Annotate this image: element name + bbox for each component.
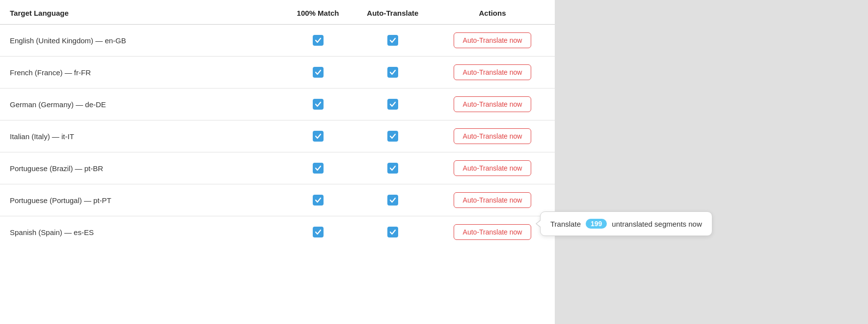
cell-match-pt-pt[interactable] (280, 184, 355, 216)
tooltip-popup: Translate 199 untranslated segments now (540, 211, 712, 236)
header-language: Target Language (0, 0, 280, 25)
btn-auto-translate-pt-br[interactable]: Auto-Translate now (454, 160, 532, 176)
checkbox-match-es-es[interactable] (313, 227, 324, 237)
table-header-row: Target Language 100% Match Auto-Translat… (0, 0, 555, 25)
table-row: French (France) — fr-FR Auto-Translate n… (0, 57, 555, 88)
language-table: Target Language 100% Match Auto-Translat… (0, 0, 555, 248)
checkbox-match-en-gb[interactable] (313, 35, 324, 46)
tooltip-count-badge: 199 (586, 219, 607, 229)
checkbox-auto-de-de[interactable] (387, 99, 398, 110)
cell-match-fr-fr[interactable] (280, 57, 355, 88)
tooltip-prefix: Translate (550, 220, 581, 228)
checkbox-match-fr-fr[interactable] (313, 67, 324, 78)
cell-language-pt-br: Portuguese (Brazil) — pt-BR (0, 152, 280, 184)
cell-actions-de-de: Auto-Translate now (430, 88, 555, 120)
btn-auto-translate-en-gb[interactable]: Auto-Translate now (454, 32, 532, 48)
checkbox-auto-en-gb[interactable] (387, 35, 398, 46)
cell-auto-pt-pt[interactable] (355, 184, 430, 216)
cell-actions-fr-fr: Auto-Translate now (430, 57, 555, 88)
cell-match-de-de[interactable] (280, 88, 355, 120)
language-table-container: Target Language 100% Match Auto-Translat… (0, 0, 555, 248)
checkbox-auto-it-it[interactable] (387, 131, 398, 142)
btn-auto-translate-it-it[interactable]: Auto-Translate now (454, 128, 532, 144)
main-panel: Target Language 100% Match Auto-Translat… (0, 0, 555, 324)
cell-actions-pt-pt: Auto-Translate now (430, 184, 555, 216)
checkbox-auto-pt-br[interactable] (387, 163, 398, 174)
table-row: Portuguese (Brazil) — pt-BR Auto-Transla… (0, 152, 555, 184)
checkbox-auto-fr-fr[interactable] (387, 67, 398, 78)
cell-match-it-it[interactable] (280, 120, 355, 152)
btn-auto-translate-de-de[interactable]: Auto-Translate now (454, 96, 532, 112)
checkbox-match-it-it[interactable] (313, 131, 324, 142)
cell-language-pt-pt: Portuguese (Portugal) — pt-PT (0, 184, 280, 216)
cell-language-fr-fr: French (France) — fr-FR (0, 57, 280, 88)
checkbox-auto-es-es[interactable] (387, 227, 398, 237)
side-panel: Translate 199 untranslated segments now (555, 0, 868, 324)
cell-match-pt-br[interactable] (280, 152, 355, 184)
btn-auto-translate-pt-pt[interactable]: Auto-Translate now (454, 192, 532, 208)
cell-actions-pt-br: Auto-Translate now (430, 152, 555, 184)
cell-auto-pt-br[interactable] (355, 152, 430, 184)
checkbox-match-pt-pt[interactable] (313, 195, 324, 206)
cell-match-en-gb[interactable] (280, 25, 355, 57)
btn-auto-translate-fr-fr[interactable]: Auto-Translate now (454, 64, 532, 80)
header-match: 100% Match (280, 0, 355, 25)
cell-language-de-de: German (Germany) — de-DE (0, 88, 280, 120)
table-row: Portuguese (Portugal) — pt-PT Auto-Trans… (0, 184, 555, 216)
cell-language-es-es: Spanish (Spain) — es-ES (0, 216, 280, 248)
header-actions: Actions (430, 0, 555, 25)
btn-auto-translate-es-es[interactable]: Auto-Translate now (454, 224, 532, 240)
cell-auto-en-gb[interactable] (355, 25, 430, 57)
cell-auto-fr-fr[interactable] (355, 57, 430, 88)
checkbox-auto-pt-pt[interactable] (387, 195, 398, 206)
table-row: English (United Kingdom) — en-GB Auto-Tr… (0, 25, 555, 57)
checkbox-match-de-de[interactable] (313, 99, 324, 110)
cell-language-en-gb: English (United Kingdom) — en-GB (0, 25, 280, 57)
cell-actions-it-it: Auto-Translate now (430, 120, 555, 152)
checkbox-match-pt-br[interactable] (313, 163, 324, 174)
table-row: Italian (Italy) — it-IT Auto-Translate n… (0, 120, 555, 152)
cell-auto-de-de[interactable] (355, 88, 430, 120)
tooltip-suffix: untranslated segments now (612, 220, 702, 228)
table-row: German (Germany) — de-DE Auto-Translate … (0, 88, 555, 120)
cell-language-it-it: Italian (Italy) — it-IT (0, 120, 280, 152)
header-auto-translate: Auto-Translate (355, 0, 430, 25)
table-row: Spanish (Spain) — es-ES Auto-Translate n… (0, 216, 555, 248)
cell-auto-it-it[interactable] (355, 120, 430, 152)
cell-actions-en-gb: Auto-Translate now (430, 25, 555, 57)
cell-auto-es-es[interactable] (355, 216, 430, 248)
cell-match-es-es[interactable] (280, 216, 355, 248)
